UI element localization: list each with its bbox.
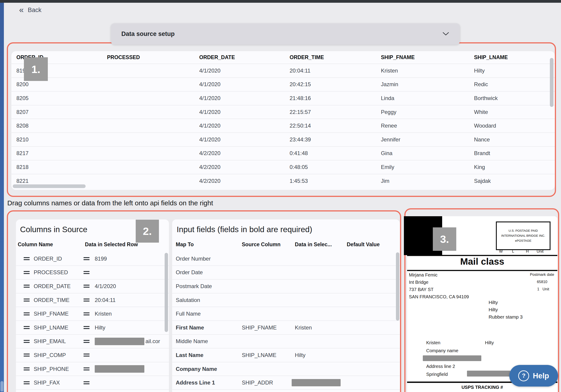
source-column-row[interactable]: PROCESSED xyxy=(16,266,169,280)
table-row[interactable]: 8221 4/2/2020 1:45:53 Jim Sajdak xyxy=(11,174,555,188)
table-row[interactable]: 8218 4/2/2020 0:48:05 Emily King xyxy=(11,160,555,174)
source-column-value: 20:04:11 xyxy=(95,297,116,303)
drag-handle-icon[interactable] xyxy=(84,299,89,301)
cell-order-time: 20:04:11 xyxy=(290,68,381,74)
redacted-value-bar xyxy=(95,365,144,373)
input-field-row[interactable]: Middle Name xyxy=(172,335,400,349)
left-edge-scrollbar-thumb[interactable] xyxy=(0,381,3,392)
drag-handle-icon[interactable] xyxy=(84,285,89,288)
back-button[interactable]: « Back xyxy=(19,6,42,14)
step-3-badge: 3. xyxy=(433,227,456,251)
cell-order-time: 1:45:53 xyxy=(290,178,381,184)
cell-order-date: 4/2/2020 xyxy=(199,150,290,156)
drag-instructions-text: Drag columns names or data from the left… xyxy=(7,199,213,207)
source-column-row[interactable]: SHIP_EMAIL ail.cor xyxy=(16,335,169,349)
stamp-line-1: Hilty xyxy=(489,300,498,305)
source-column-value: 4/1/2020 xyxy=(95,283,116,289)
header-map-to: Map To xyxy=(176,241,194,248)
input-field-row[interactable]: Full Name xyxy=(172,307,400,321)
cell-order-id: 8217 xyxy=(16,150,107,156)
source-column-value-wrap xyxy=(95,365,145,373)
input-field-row[interactable]: Last Name SHIP_LNAME Hilty xyxy=(172,348,400,362)
left-edge-scrollbar-track xyxy=(0,3,4,392)
source-column-row[interactable]: SHIP_LNAME Hilty xyxy=(16,321,169,335)
top-window-bar xyxy=(0,0,561,3)
drag-handle-icon[interactable] xyxy=(24,340,30,343)
input-field-label: Address Line 1 xyxy=(176,380,242,386)
drag-handle-icon[interactable] xyxy=(84,326,89,329)
input-field-label: First Name xyxy=(176,324,242,331)
cell-order-time: 21:48:16 xyxy=(290,95,381,101)
drag-handle-icon[interactable] xyxy=(24,367,30,371)
cell-order-date: 4/1/2020 xyxy=(199,95,290,101)
input-field-row[interactable]: Address Line 1 SHIP_ADDR xyxy=(172,376,400,390)
cell-ship-fname: Gina xyxy=(381,150,474,156)
input-panel-scrollbar[interactable] xyxy=(396,252,399,320)
columns-panel-scrollbar[interactable] xyxy=(165,253,168,332)
input-field-row[interactable]: Postmark Date xyxy=(172,279,400,293)
table-row[interactable]: 8199 4/1/2020 20:04:11 Kristen Hilty xyxy=(11,64,555,78)
source-column-row[interactable]: ORDER_ID 8199 xyxy=(16,252,169,266)
label-divider-middle xyxy=(407,270,557,271)
drag-handle-icon[interactable] xyxy=(84,354,89,357)
cell-order-date: 4/1/2020 xyxy=(199,68,290,74)
help-button[interactable]: ? Help xyxy=(509,365,558,387)
drag-handle-icon[interactable] xyxy=(24,312,30,315)
drag-handle-icon[interactable] xyxy=(24,381,30,384)
drag-handle-icon[interactable] xyxy=(24,326,30,329)
sender-company: Int Bridge xyxy=(409,280,429,285)
input-field-row[interactable]: Order Date xyxy=(172,266,400,280)
table-row[interactable]: 8217 4/2/2020 0:41:48 Gina Brandt xyxy=(11,146,555,160)
redacted-value-bar xyxy=(292,379,341,386)
source-column-row[interactable]: SHIP_FNAME Kristen xyxy=(16,307,169,321)
dim-w-label: W xyxy=(499,249,503,254)
recipient-address1-redacted-bar xyxy=(423,355,481,361)
input-fields-list: Order Number Order Date Postmark Date Sa… xyxy=(172,252,400,390)
input-field-row[interactable]: First Name SHIP_FNAME Kristen xyxy=(172,321,400,335)
drag-handle-icon[interactable] xyxy=(24,299,30,301)
table-vertical-scrollbar[interactable] xyxy=(550,58,553,107)
table-row[interactable]: 8200 4/1/2020 20:42:15 Jazmin Redic xyxy=(11,78,555,91)
mapped-source-column: SHIP_LNAME xyxy=(242,352,295,358)
cell-order-time: 0:41:48 xyxy=(290,150,381,156)
drag-handle-icon[interactable] xyxy=(24,257,30,260)
cell-ship-lname: Brandt xyxy=(474,150,555,156)
drag-handle-icon[interactable] xyxy=(84,340,89,343)
dim-unit-label: Unit xyxy=(537,249,543,254)
input-field-row[interactable]: Salutation xyxy=(172,293,400,307)
mapped-value-wrap: Hilty xyxy=(295,352,347,358)
postage-line-3: ePOSTAGE xyxy=(515,238,531,243)
input-field-row[interactable]: Order Number xyxy=(172,252,400,266)
table-row[interactable]: 8210 4/1/2020 23:44:39 Jennifer Nance xyxy=(11,133,555,146)
table-row[interactable]: 8205 4/1/2020 21:48:16 Linda Borthwick xyxy=(11,91,555,105)
cell-order-time: 0:48:05 xyxy=(290,164,381,170)
table-row[interactable]: 8207 4/1/2020 22:15:57 Peggy White xyxy=(11,105,555,119)
drag-handle-icon[interactable] xyxy=(24,285,30,288)
source-column-row[interactable]: ORDER_DATE 4/1/2020 xyxy=(16,279,169,293)
source-column-name: PROCESSED xyxy=(34,269,84,276)
source-column-row[interactable]: SHIP_PHONE xyxy=(16,362,169,376)
drag-handle-icon[interactable] xyxy=(84,367,89,371)
data-source-setup-accordion[interactable]: Data source setup xyxy=(111,23,460,45)
source-column-row[interactable]: ORDER_TIME 20:04:11 xyxy=(16,293,169,307)
input-field-label: Salutation xyxy=(176,297,242,303)
drag-handle-icon[interactable] xyxy=(84,312,89,315)
source-column-row[interactable]: SHIP_FAX xyxy=(16,376,169,390)
table-row[interactable]: 8208 4/1/2020 22:50:14 Renee Woodard xyxy=(11,119,555,133)
input-field-row[interactable]: Company Name xyxy=(172,362,400,376)
input-field-label: Postmark Date xyxy=(176,283,242,289)
source-column-value-wrap: 20:04:11 xyxy=(95,297,116,303)
drag-handle-icon[interactable] xyxy=(24,271,30,274)
source-column-value-wrap: 4/1/2020 xyxy=(95,283,116,289)
drag-handle-icon[interactable] xyxy=(84,381,89,384)
mapped-source-column: SHIP_ADDR xyxy=(242,380,295,386)
cell-order-date: 4/1/2020 xyxy=(199,136,290,143)
source-column-row[interactable]: SHIP_COMP xyxy=(16,348,169,362)
cell-ship-fname: Peggy xyxy=(381,109,474,115)
table-horizontal-scrollbar[interactable] xyxy=(13,184,86,188)
drag-handle-icon[interactable] xyxy=(84,271,89,274)
drag-handle-icon[interactable] xyxy=(84,257,89,260)
source-column-value: Hilty xyxy=(95,324,105,331)
drag-handle-icon[interactable] xyxy=(24,354,30,357)
chevron-down-icon[interactable] xyxy=(442,32,449,37)
